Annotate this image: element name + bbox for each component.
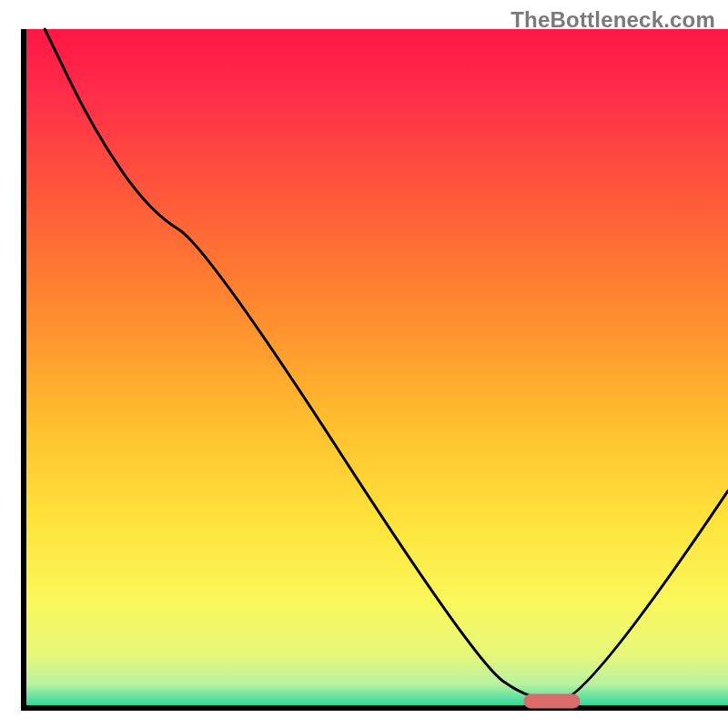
target-range-marker bbox=[524, 694, 581, 709]
chart-background bbox=[24, 29, 728, 708]
watermark-text: TheBottleneck.com bbox=[511, 7, 715, 33]
chart-container: TheBottleneck.com bbox=[0, 0, 728, 728]
bottleneck-chart bbox=[0, 0, 728, 728]
